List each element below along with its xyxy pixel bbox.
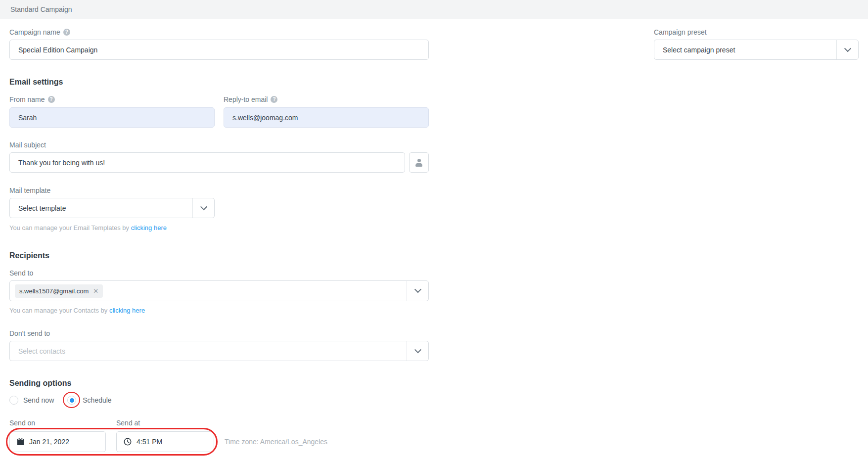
recipient-tag-text: s.wells1507@gmail.com bbox=[19, 287, 89, 295]
send-on-date-value: Jan 21, 2022 bbox=[29, 438, 69, 446]
recipient-tag: s.wells1507@gmail.com ✕ bbox=[15, 284, 103, 298]
calendar-icon bbox=[17, 438, 24, 446]
campaign-preset-value: Select campaign preset bbox=[654, 46, 836, 54]
send-to-label: Send to bbox=[9, 269, 859, 277]
mail-subject-label-text: Mail subject bbox=[9, 141, 46, 149]
timezone-text: Time zone: America/Los_Angeles bbox=[225, 438, 327, 446]
send-at-time-value: 4:51 PM bbox=[137, 438, 162, 446]
radio-schedule[interactable] bbox=[67, 396, 76, 405]
email-settings-heading: Email settings bbox=[9, 78, 859, 87]
help-icon[interactable]: ? bbox=[271, 96, 277, 103]
from-name-label: From name ? bbox=[9, 95, 215, 103]
send-to-input[interactable]: s.wells1507@gmail.com ✕ bbox=[9, 280, 429, 301]
campaign-preset-select[interactable]: Select campaign preset bbox=[654, 40, 859, 60]
send-to-tag-area[interactable]: s.wells1507@gmail.com ✕ bbox=[10, 284, 407, 298]
mail-template-select[interactable]: Select template bbox=[9, 198, 215, 218]
mail-template-chevron-cell[interactable] bbox=[192, 198, 214, 218]
clock-icon bbox=[124, 438, 132, 446]
send-on-date-field[interactable]: Jan 21, 2022 bbox=[9, 431, 106, 452]
radio-selected-dot bbox=[70, 398, 74, 403]
send-at-label: Send at bbox=[116, 419, 140, 427]
chevron-down-icon bbox=[414, 346, 421, 353]
send-at-time-field[interactable]: 4:51 PM bbox=[116, 431, 214, 452]
radio-send-now-label[interactable]: Send now bbox=[23, 396, 54, 404]
radio-schedule-label[interactable]: Schedule bbox=[83, 396, 111, 404]
mail-subject-label: Mail subject bbox=[9, 141, 859, 149]
send-on-label: Send on bbox=[9, 419, 116, 427]
help-icon[interactable]: ? bbox=[63, 29, 70, 36]
template-helper-text: You can manage your Email Templates by c… bbox=[9, 224, 859, 231]
campaign-name-label: Campaign name ? bbox=[9, 28, 429, 36]
manage-contacts-link[interactable]: clicking here bbox=[109, 307, 145, 314]
manage-templates-link[interactable]: clicking here bbox=[131, 224, 167, 231]
dont-send-to-label-text: Don't send to bbox=[9, 329, 50, 337]
from-name-label-text: From name bbox=[9, 95, 45, 103]
dont-send-to-select[interactable]: Select contacts bbox=[9, 341, 429, 361]
send-at-label-text: Send at bbox=[116, 419, 140, 427]
campaign-name-label-text: Campaign name bbox=[9, 28, 60, 36]
template-helper-prefix: You can manage your Email Templates by bbox=[9, 224, 131, 231]
chevron-down-icon bbox=[414, 286, 421, 293]
campaign-preset-chevron-cell[interactable] bbox=[836, 40, 858, 59]
mail-subject-input[interactable] bbox=[9, 152, 405, 173]
reply-to-label-text: Reply-to email bbox=[224, 95, 268, 103]
contacts-helper-text: You can manage your Contacts by clicking… bbox=[9, 307, 859, 314]
chevron-down-icon bbox=[200, 203, 207, 210]
campaign-preset-label-text: Campaign preset bbox=[654, 28, 707, 36]
campaign-name-input[interactable] bbox=[9, 40, 429, 60]
dont-send-to-placeholder: Select contacts bbox=[10, 347, 407, 355]
send-to-label-text: Send to bbox=[9, 269, 33, 277]
remove-tag-icon[interactable]: ✕ bbox=[93, 287, 98, 295]
page-title: Standard Campaign bbox=[10, 5, 72, 13]
reply-to-label: Reply-to email ? bbox=[224, 95, 429, 103]
sending-options-heading: Sending options bbox=[9, 379, 859, 388]
person-icon bbox=[415, 159, 423, 167]
mail-template-label: Mail template bbox=[9, 186, 859, 194]
chevron-down-icon bbox=[844, 45, 851, 52]
from-name-input[interactable] bbox=[9, 107, 215, 128]
mail-template-value: Select template bbox=[10, 204, 192, 212]
personalize-button[interactable] bbox=[409, 152, 429, 173]
campaign-preset-label: Campaign preset bbox=[654, 28, 859, 36]
reply-to-input[interactable] bbox=[224, 107, 429, 128]
send-on-label-text: Send on bbox=[9, 419, 35, 427]
contacts-helper-prefix: You can manage your Contacts by bbox=[9, 307, 109, 314]
help-icon[interactable]: ? bbox=[48, 96, 55, 103]
recipients-heading: Recipients bbox=[9, 251, 859, 260]
page-header: Standard Campaign bbox=[0, 0, 868, 19]
dont-send-to-chevron-cell[interactable] bbox=[407, 341, 428, 361]
dont-send-to-label: Don't send to bbox=[9, 329, 859, 337]
mail-template-label-text: Mail template bbox=[9, 186, 50, 194]
send-to-chevron-cell[interactable] bbox=[407, 281, 428, 301]
radio-send-now[interactable] bbox=[9, 396, 18, 405]
